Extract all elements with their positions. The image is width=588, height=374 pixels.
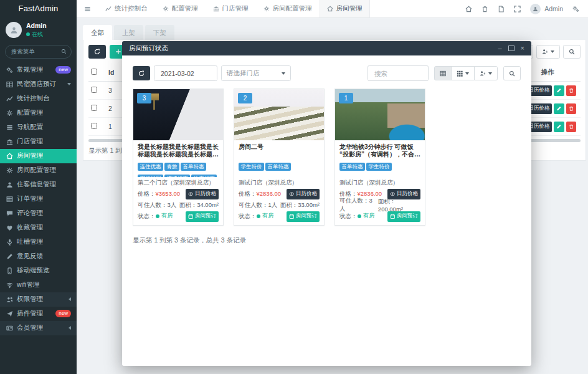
room-price: ¥3653.00 — [156, 190, 181, 197]
edit-button[interactable] — [554, 85, 564, 96]
toggle-view-button[interactable] — [434, 66, 452, 80]
admin-user-menu[interactable]: Admin — [530, 4, 563, 14]
search-toggle-button[interactable] — [563, 45, 581, 59]
sidebar: FastAdmin Admin 在线 常规管理 new 民宿酒店预订 统计控制台… — [0, 0, 77, 374]
row-checkbox[interactable] — [91, 105, 97, 111]
fullscreen-icon[interactable] — [514, 6, 521, 12]
sidebar-search-input[interactable] — [10, 47, 59, 55]
available-dot-icon — [257, 214, 260, 218]
pagination-info: 显示第 1 到第 3 条记录，总共 3 条记录 — [133, 236, 521, 245]
search-icon — [569, 49, 575, 55]
search-field — [368, 65, 429, 81]
room-title: 房间二号 — [239, 143, 320, 158]
plus-icon — [115, 49, 121, 55]
calendar-price-button[interactable]: 日历价格 — [287, 189, 320, 199]
refresh-button[interactable] — [88, 45, 106, 59]
sidebar-item-plugin-management[interactable]: 插件管理 new — [0, 307, 77, 321]
export-icon — [542, 49, 548, 55]
export-button[interactable] — [536, 45, 560, 59]
row-checkbox[interactable] — [91, 123, 97, 129]
delete-button[interactable] — [566, 122, 577, 132]
book-room-button[interactable]: 房间预订 — [387, 211, 421, 222]
sidebar-item-regular-management[interactable]: 常规管理 new — [0, 63, 77, 77]
search-button[interactable] — [503, 66, 521, 80]
home-icon[interactable] — [465, 6, 472, 12]
sidebar-item-favorites-management[interactable]: 收藏管理 — [0, 221, 77, 235]
dialog-body: 请选择门店 3 — [122, 55, 531, 245]
tab-stats-console[interactable]: 统计控制台 — [98, 0, 155, 17]
sidebar-item-complaint-management[interactable]: 吐槽管理 — [0, 235, 77, 249]
delete-button[interactable] — [566, 85, 577, 96]
edit-button[interactable] — [554, 122, 564, 132]
room-capacity: 1人 — [268, 201, 278, 208]
tab-config-management[interactable]: 配置管理 — [155, 0, 206, 17]
eye-icon — [289, 191, 295, 197]
trash-icon — [569, 106, 574, 112]
dialog-titlebar[interactable]: 房间预订状态 – × — [122, 41, 531, 55]
close-icon[interactable]: × — [521, 45, 524, 52]
sidebar-item-room-config-management[interactable]: 房间配置管理 — [0, 163, 77, 178]
store-select[interactable]: 请选择门店 — [221, 65, 291, 81]
bank-icon — [213, 6, 219, 12]
sidebar-item-order-management[interactable]: 订单管理 — [0, 192, 77, 206]
sidebar-item-room-management[interactable]: 房间管理 — [0, 149, 77, 163]
date-input[interactable] — [159, 69, 212, 78]
clear-cache-icon[interactable] — [498, 6, 505, 12]
sidebar-item-store-management[interactable]: 门店管理 — [0, 135, 77, 149]
eye-icon — [188, 191, 194, 197]
sidebar-item-mobile-preview[interactable]: 移动端预览 — [0, 264, 77, 278]
export-button[interactable] — [474, 66, 498, 80]
date-field — [154, 65, 217, 81]
tag: 连住优惠 — [138, 163, 163, 171]
pencil-icon — [556, 106, 562, 112]
sidebar-item-config-management[interactable]: 配置管理 — [0, 106, 77, 120]
status-tabbar: 全部 上架 下架 — [83, 25, 586, 40]
minimize-icon[interactable]: – — [498, 45, 501, 52]
pencil-icon — [556, 124, 562, 130]
comment-icon — [6, 210, 13, 217]
brand-logo: FastAdmin — [0, 0, 77, 17]
caret-down-icon — [488, 72, 492, 75]
heart-icon — [6, 224, 13, 231]
tab-all[interactable]: 全部 — [83, 25, 112, 40]
line-chart-icon — [6, 95, 13, 102]
sidebar-item-permission-management[interactable]: 权限管理 — [0, 292, 77, 307]
sidebar-item-feedback[interactable]: 意见反馈 — [0, 249, 77, 264]
settings-cogs-icon[interactable] — [572, 6, 579, 12]
sidebar-toggle-button[interactable] — [77, 0, 98, 17]
book-room-button[interactable]: 房间预订 — [287, 211, 320, 222]
search-input[interactable] — [373, 69, 423, 78]
tab-room-config-management[interactable]: 房间配置管理 — [256, 0, 320, 17]
maximize-icon[interactable] — [508, 46, 514, 51]
tab-on-shelf[interactable]: 上架 — [114, 25, 143, 40]
sidebar-item-wifi-management[interactable]: wifi管理 — [0, 278, 77, 292]
tab-room-management[interactable]: 房间管理 — [320, 0, 370, 17]
sidebar-item-guest-info-management[interactable]: 住客信息管理 — [0, 178, 77, 192]
store-name: 测试门店（深圳总店） — [239, 179, 320, 187]
book-room-button[interactable]: 房间预订 — [186, 211, 219, 222]
room-card: 1 龙华地铁3分钟步行 可做饭“投影房”（有调料），不合租，有暖气 首单特惠学生… — [334, 89, 425, 226]
tab-off-shelf[interactable]: 下架 — [145, 25, 174, 40]
caret-down-icon — [282, 72, 285, 75]
row-checkbox[interactable] — [91, 87, 97, 93]
sidebar-item-nav-config[interactable]: 导航配置 — [0, 120, 77, 135]
tag: 推广优惠 — [191, 175, 217, 178]
edit-button[interactable] — [554, 103, 564, 114]
calendar-price-button[interactable]: 日历价格 — [186, 189, 219, 199]
room-id-badge: 2 — [238, 93, 252, 103]
sidebar-item-homestay-hotel-booking[interactable]: 民宿酒店预订 — [0, 77, 77, 92]
calendar-icon — [390, 214, 396, 219]
gear-icon — [263, 6, 270, 12]
columns-button[interactable] — [451, 66, 475, 80]
tab-store-management[interactable]: 门店管理 — [206, 0, 256, 17]
refresh-button[interactable] — [133, 66, 150, 80]
sidebar-search — [5, 45, 72, 59]
sidebar-item-member-management[interactable]: 会员管理 — [0, 321, 77, 335]
select-all-checkbox[interactable] — [91, 69, 97, 75]
user-status: 在线 — [32, 31, 43, 39]
trash-icon[interactable] — [481, 6, 488, 12]
delete-button[interactable] — [566, 103, 577, 114]
paper-plane-icon — [6, 310, 13, 317]
sidebar-item-comment-management[interactable]: 评论管理 — [0, 206, 77, 221]
sidebar-item-stats-console[interactable]: 统计控制台 — [0, 92, 77, 106]
